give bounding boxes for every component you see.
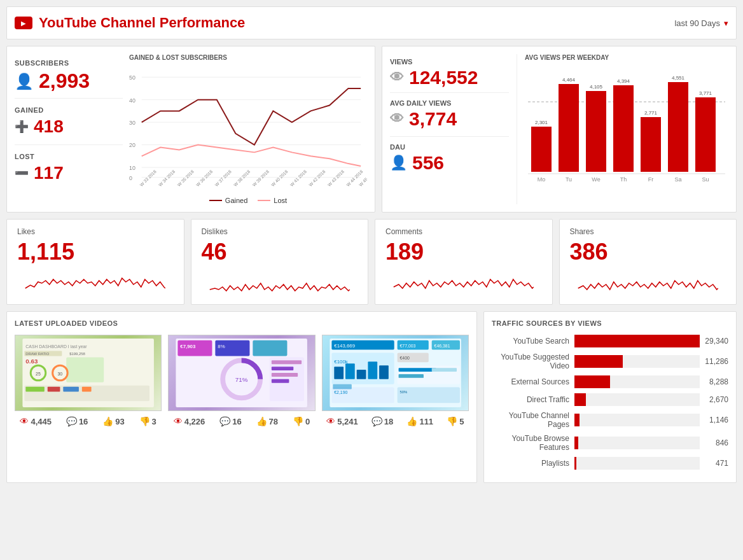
svg-rect-63 [82, 387, 92, 392]
svg-rect-54 [66, 357, 104, 382]
video-thumb-3[interactable]: €143,669 €77,003 €46,381 €400 €100k [322, 335, 469, 411]
svg-rect-97 [331, 388, 394, 403]
dislikes-label: Dislikes [202, 227, 358, 236]
svg-text:DRAW RATIO: DRAW RATIO [25, 352, 49, 356]
shares-label: Shares [570, 227, 726, 236]
svg-text:3,771: 3,771 [699, 90, 712, 96]
dislikes-stat-icon-3: 👎 [447, 416, 457, 426]
youtube-logo-icon [15, 17, 32, 29]
likes-sparkline [17, 269, 174, 295]
svg-rect-99 [333, 384, 352, 389]
svg-text:4,551: 4,551 [672, 75, 685, 81]
svg-text:8%: 8% [218, 344, 225, 349]
views-panel: VIEWS 👁 124,552 AVG DAILY VIEWS 👁 3,774 … [382, 46, 737, 213]
comments-panel: Comments 189 [375, 219, 553, 305]
traffic-bar-wrap-6 [574, 457, 700, 470]
legend-lost: Lost [258, 197, 287, 204]
traffic-bar-6 [574, 457, 576, 470]
thumb-svg-2: €7,903 8% 71% [169, 335, 314, 410]
video-thumb-1[interactable]: CASH DASHBOARD I last year DRAW RATIO 0.… [15, 335, 162, 411]
traffic-bar-wrap-5 [574, 437, 700, 449]
video-stats-3: 👁 5,241 💬 18 👍 111 👎 [322, 416, 469, 426]
subscribers-icon: 👤 [15, 73, 34, 90]
page: YouTube Channel Performance last 90 Days… [0, 0, 743, 560]
dau-icon: 👤 [390, 155, 407, 171]
time-range-selector[interactable]: last 90 Days ▾ [674, 18, 728, 28]
svg-rect-75 [272, 373, 298, 377]
svg-text:W 39 2018: W 39 2018 [252, 169, 270, 188]
views-stat-icon-2: 👁 [174, 416, 183, 426]
dau-value: 👤 556 [390, 152, 509, 174]
videos-section-label: LATEST UPLOADED VIDEOS [15, 319, 469, 327]
svg-text:W 43 2018: W 43 2018 [327, 169, 345, 188]
traffic-bar-wrap-3 [574, 393, 700, 406]
svg-text:Su: Su [702, 176, 709, 183]
comments-value: 189 [385, 239, 542, 265]
svg-rect-73 [272, 360, 302, 364]
thumb-svg-3: €143,669 €77,003 €46,381 €400 €100k [323, 335, 468, 410]
svg-text:25: 25 [36, 372, 41, 376]
video-item-1: CASH DASHBOARD I last year DRAW RATIO 0.… [15, 335, 162, 426]
gained-line-icon [209, 200, 222, 201]
avg-daily-section: AVG DAILY VIEWS 👁 3,774 [390, 93, 509, 137]
svg-rect-30 [586, 91, 606, 172]
video-thumb-2[interactable]: €7,903 8% 71% [168, 335, 315, 411]
svg-text:W 42 2018: W 42 2018 [308, 169, 326, 188]
svg-rect-38 [695, 97, 716, 172]
gained-lost-chart-label: GAINED & LOST SUBSCRIBERS [129, 54, 367, 61]
svg-text:W 36 2018: W 36 2018 [195, 169, 214, 188]
svg-text:40: 40 [129, 97, 135, 104]
svg-text:0.63: 0.63 [25, 358, 38, 365]
dislikes-stat-icon-2: 👎 [293, 416, 303, 426]
views-icon: 👁 [390, 69, 404, 86]
views-section: VIEWS 👁 124,552 [390, 54, 509, 93]
header-left: YouTube Channel Performance [15, 15, 245, 31]
lost-label: LOST [15, 153, 123, 160]
weekday-chart-label: AVG VIEWS PER WEEKDAY [525, 54, 728, 61]
traffic-label-3: Direct Traffic [492, 395, 574, 404]
thumb-svg-1: CASH DASHBOARD I last year DRAW RATIO 0.… [15, 335, 161, 410]
likes-label: Likes [17, 227, 174, 236]
page-title: YouTube Channel Performance [39, 15, 245, 31]
traffic-panel: TRAFFIC SOURCES BY VIEWS YouTube Search … [483, 311, 737, 483]
svg-text:€7,903: €7,903 [181, 344, 197, 349]
traffic-label-6: Playlists [492, 459, 574, 468]
svg-text:€400: €400 [399, 356, 409, 360]
svg-rect-28 [559, 84, 579, 172]
svg-text:Sa: Sa [674, 176, 681, 183]
svg-text:We: We [592, 176, 600, 183]
traffic-bar-0 [574, 335, 700, 347]
traffic-bar-2 [574, 375, 610, 388]
traffic-row-4: YouTube Channel Pages 1,146 [492, 411, 728, 429]
traffic-row-5: YouTube Browse Features 846 [492, 434, 728, 452]
svg-text:W 37 2018: W 37 2018 [214, 169, 233, 188]
svg-text:Th: Th [620, 176, 627, 183]
video-dislikes-1: 👎 3 [139, 416, 156, 426]
video-comments-3: 💬 18 [372, 416, 393, 426]
shares-panel: Shares 386 [559, 219, 737, 305]
avg-daily-icon: 👁 [390, 111, 404, 127]
video-dislikes-3: 👎 5 [447, 416, 464, 426]
svg-rect-100 [397, 388, 459, 403]
chevron-down-icon: ▾ [724, 18, 728, 28]
svg-text:30: 30 [129, 120, 135, 126]
lost-value: ➖ 117 [15, 163, 123, 183]
avg-daily-label: AVG DAILY VIEWS [390, 99, 509, 107]
gained-icon: ➕ [15, 120, 29, 134]
weekday-chart-area: AVG VIEWS PER WEEKDAY 2,301 4,464 4,105 [517, 54, 728, 204]
traffic-label-1: YouTube Suggested Video [492, 353, 574, 370]
svg-rect-32 [613, 85, 634, 172]
dislikes-stat-icon: 👎 [139, 416, 150, 426]
likes-panel: Likes 1,115 [6, 219, 184, 305]
svg-text:€77,003: €77,003 [399, 344, 415, 348]
time-range-label: last 90 Days [674, 18, 720, 28]
svg-text:CASH DASHBOARD I last year: CASH DASHBOARD I last year [25, 344, 87, 349]
svg-rect-96 [431, 368, 456, 372]
traffic-label-2: External Sources [492, 377, 574, 386]
subscribers-value: 👤 2,993 [15, 69, 123, 93]
dau-section: DAU 👤 556 [390, 137, 509, 174]
svg-text:4,464: 4,464 [562, 77, 576, 83]
traffic-bar-wrap-4 [574, 414, 700, 426]
svg-text:4,394: 4,394 [617, 78, 630, 84]
traffic-bar-wrap-2 [574, 375, 700, 388]
